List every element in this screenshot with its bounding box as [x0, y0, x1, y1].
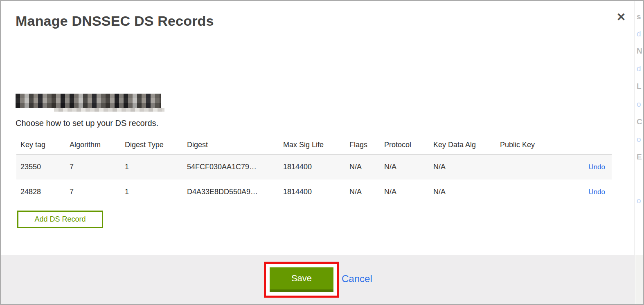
cell-digest: 54FCF030AA1C79…: [183, 154, 279, 179]
table-header-row: Key tag Algorithm Digest Type Digest Max…: [16, 136, 612, 154]
cell-actions: Undo: [567, 179, 612, 205]
cell-max-sig-life: 1814400: [279, 154, 345, 179]
cell-flags: N/A: [345, 154, 380, 179]
clipped-background-text: o: [637, 135, 641, 144]
cancel-link[interactable]: Cancel: [342, 273, 372, 285]
col-header-actions: [567, 136, 612, 154]
background-page-edge: s d N d L o C o E o: [635, 1, 643, 304]
clipped-background-text: d: [637, 29, 641, 38]
col-header-flags: Flags: [345, 136, 380, 154]
clipped-background-text: d: [637, 64, 641, 73]
dialog-title: Manage DNSSEC DS Records: [16, 13, 214, 29]
background-page-edge-footer: [635, 255, 643, 304]
dialog-footer: Save Cancel: [1, 255, 635, 304]
clipped-background-text: o: [637, 100, 641, 109]
cell-digest-type: 1: [121, 154, 183, 179]
cell-digest-type: 1: [121, 179, 183, 205]
clipped-background-text: s: [637, 12, 641, 21]
undo-link[interactable]: Undo: [588, 188, 605, 196]
clipped-background-text: N: [637, 47, 642, 56]
close-icon[interactable]: ✕: [614, 10, 628, 25]
cell-public-key: [496, 179, 567, 205]
clipped-background-text: o: [637, 196, 641, 205]
col-header-max-sig-life: Max Sig Life: [279, 136, 345, 154]
redacted-domain-name-blur-tail: [54, 108, 164, 112]
cell-protocol: N/A: [380, 154, 429, 179]
ds-record-row: 23550 7 1 54FCF030AA1C79… 1814400 N/A N/…: [16, 154, 612, 179]
col-header-protocol: Protocol: [380, 136, 429, 154]
add-ds-record-button[interactable]: Add DS Record: [17, 211, 103, 228]
ds-records-instruction-text: Choose how to set up your DS records.: [16, 119, 158, 128]
cell-algorithm: 7: [65, 179, 121, 205]
cell-actions: Undo: [567, 154, 612, 179]
col-header-digest-type: Digest Type: [121, 136, 183, 154]
col-header-digest: Digest: [183, 136, 279, 154]
ds-record-row: 24828 7 1 D4A33E8DD550A9… 1814400 N/A N/…: [16, 179, 612, 205]
undo-link[interactable]: Undo: [588, 163, 605, 171]
clipped-background-text: L: [637, 82, 642, 91]
screenshot-root: Manage DNSSEC DS Records ✕ Choose how to…: [0, 0, 644, 305]
cell-public-key: [496, 154, 567, 179]
cell-key-data-alg: N/A: [429, 154, 496, 179]
cell-max-sig-life: 1814400: [279, 179, 345, 205]
save-highlight-annotation: Save: [264, 262, 339, 298]
cell-key-tag: 23550: [16, 154, 65, 179]
col-header-key-data-alg: Key Data Alg: [429, 136, 496, 154]
cell-key-tag: 24828: [16, 179, 65, 205]
clipped-background-text: E: [637, 152, 642, 161]
col-header-public-key: Public Key: [496, 136, 567, 154]
cell-protocol: N/A: [380, 179, 429, 205]
cell-algorithm: 7: [65, 154, 121, 179]
manage-dnssec-ds-records-dialog: Manage DNSSEC DS Records ✕ Choose how to…: [1, 1, 635, 304]
cell-flags: N/A: [345, 179, 380, 205]
clipped-background-text: C: [637, 117, 642, 126]
cell-digest: D4A33E8DD550A9…: [183, 179, 279, 205]
col-header-algorithm: Algorithm: [65, 136, 121, 154]
redacted-domain-name: [16, 94, 161, 108]
save-button[interactable]: Save: [270, 267, 333, 292]
cell-key-data-alg: N/A: [429, 179, 496, 205]
col-header-key-tag: Key tag: [16, 136, 65, 154]
ds-records-table: Key tag Algorithm Digest Type Digest Max…: [16, 136, 612, 205]
